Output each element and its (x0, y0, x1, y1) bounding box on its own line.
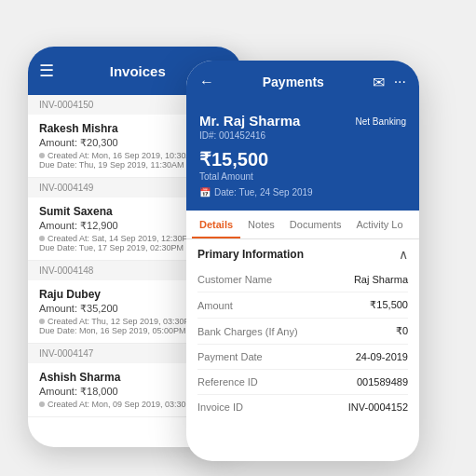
payment-date-label: Payment Date (197, 351, 263, 362)
back-icon[interactable]: ← (199, 74, 214, 90)
detail-row-reference-id: Reference ID 001589489 (197, 370, 408, 395)
detail-row-payment-date: Payment Date 24-09-2019 (197, 345, 408, 370)
hamburger-icon[interactable]: ☰ (39, 61, 54, 81)
bank-charges-label: Bank Charges (If Any) (197, 326, 298, 337)
header-actions: ✉ ··· (373, 74, 406, 91)
calendar-icon: 📅 (199, 187, 211, 197)
tab-notes[interactable]: Notes (240, 211, 282, 238)
tab-activity[interactable]: Activity Lo (348, 211, 410, 238)
payment-hero: Mr. Raj Sharma Net Banking ID#: 00145241… (186, 103, 419, 211)
section-header: Primary Information ∧ (197, 247, 408, 262)
status-dot (39, 401, 45, 407)
invoices-title: Invoices (110, 63, 166, 79)
payment-date-value: 24-09-2019 (356, 351, 408, 362)
payee-badge-row: Mr. Raj Sharma Net Banking (199, 113, 406, 130)
reference-id-label: Reference ID (197, 376, 258, 388)
payee-name: Mr. Raj Sharma (199, 113, 300, 129)
amount-value: ₹15,500 (370, 299, 408, 311)
invoice-id-label: Invoice ID (197, 401, 243, 413)
payments-title: Payments (214, 75, 373, 89)
hero-amount-label: Total Amount (199, 171, 406, 182)
payments-header: ← Payments ✉ ··· (186, 61, 419, 103)
customer-name-label: Customer Name (197, 274, 272, 285)
reference-id-value: 001589489 (357, 376, 408, 388)
payments-phone: ← Payments ✉ ··· Mr. Raj Sharma Net Bank… (186, 61, 419, 461)
status-dot (39, 236, 45, 241)
status-dot (39, 153, 45, 158)
hero-date: Date: Tue, 24 Sep 2019 (214, 187, 313, 197)
status-dot (39, 319, 45, 324)
net-banking-badge: Net Banking (356, 116, 406, 127)
section-title: Primary Information (197, 248, 304, 261)
bank-charges-value: ₹0 (396, 325, 408, 337)
hero-amount: ₹15,500 (199, 148, 406, 170)
more-icon[interactable]: ··· (394, 74, 406, 91)
hero-invoice-id: ID#: 001452416 (199, 130, 406, 141)
detail-row-amount: Amount ₹15,500 (197, 292, 408, 319)
details-content: Primary Information ∧ Customer Name Raj … (186, 239, 419, 427)
detail-row-customer: Customer Name Raj Sharma (197, 267, 408, 292)
tab-documents[interactable]: Documents (282, 211, 349, 238)
detail-row-invoice-id: Invoice ID INV-0004152 (197, 395, 408, 419)
invoice-id-value: INV-0004152 (348, 401, 408, 413)
chevron-up-icon[interactable]: ∧ (399, 247, 408, 262)
tab-details[interactable]: Details (192, 211, 240, 238)
customer-name-value: Raj Sharma (354, 274, 408, 285)
amount-label: Amount (197, 300, 233, 311)
mail-icon[interactable]: ✉ (373, 74, 385, 91)
tabs-row: Details Notes Documents Activity Lo (186, 211, 419, 239)
hero-date-row: 📅 Date: Tue, 24 Sep 2019 (199, 187, 406, 197)
detail-row-bank-charges: Bank Charges (If Any) ₹0 (197, 319, 408, 345)
